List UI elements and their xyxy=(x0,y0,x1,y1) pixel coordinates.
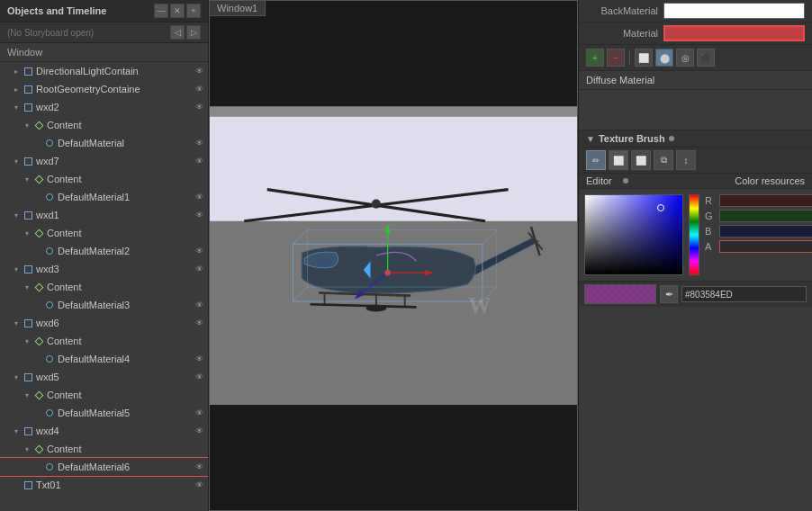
green-input[interactable] xyxy=(719,210,812,222)
tree-item-arrow[interactable]: ▾ xyxy=(11,373,22,381)
tree-item-arrow[interactable]: ▾ xyxy=(22,283,32,291)
tree-item-label: DefaultMaterial6 xyxy=(58,462,194,472)
tree-item-wxd4-default[interactable]: DefaultMaterial6👁 xyxy=(0,458,208,476)
tree-item-label: wxd4 xyxy=(36,426,194,436)
tree-item-arrow[interactable]: ▸ xyxy=(11,67,22,76)
viewport[interactable]: Window1 xyxy=(209,0,578,511)
tree-item-arrow[interactable]: ▾ xyxy=(11,103,22,112)
tree-item-arrow[interactable]: ▾ xyxy=(11,265,22,273)
tree-item-arrow[interactable]: ▾ xyxy=(22,337,32,345)
add-material-btn[interactable]: + xyxy=(586,49,604,67)
brush-tool-pencil[interactable]: ✏ xyxy=(586,150,606,170)
eye-icon[interactable]: 👁 xyxy=(194,66,204,76)
rings-btn[interactable]: ◎ xyxy=(676,49,694,67)
tree-item-wxd5-default[interactable]: DefaultMaterial5👁 xyxy=(0,404,208,422)
alpha-slider-row: A xyxy=(705,240,812,253)
tree-item-icon xyxy=(32,389,45,401)
blue-label: B xyxy=(705,226,716,237)
tree-item-arrow[interactable]: ▾ xyxy=(11,157,22,166)
tree-item-wxd1-default[interactable]: DefaultMaterial2👁 xyxy=(0,242,208,260)
eye-icon[interactable]: 👁 xyxy=(194,264,204,274)
texture-brush-collapse-icon[interactable]: ▼ xyxy=(586,134,595,144)
tree-item-arrow[interactable]: ▾ xyxy=(22,445,32,453)
eye-icon[interactable]: 👁 xyxy=(194,318,204,328)
color-spectrum[interactable] xyxy=(689,194,699,275)
material-swatch[interactable] xyxy=(663,25,805,41)
tree-item-wxd4[interactable]: ▾wxd4👁 xyxy=(0,422,208,440)
eye-icon[interactable]: 👁 xyxy=(194,462,204,472)
tree-item-txt01[interactable]: Txt01👁 xyxy=(0,476,208,494)
expand-btn[interactable]: + xyxy=(186,4,201,18)
tree-item-wxd7-default[interactable]: DefaultMaterial1👁 xyxy=(0,188,208,206)
minimize-btn[interactable]: — xyxy=(154,4,168,18)
eye-icon[interactable]: 👁 xyxy=(194,192,204,202)
eye-icon[interactable]: 👁 xyxy=(194,138,204,148)
remove-material-btn[interactable]: − xyxy=(607,49,625,67)
brush-tool-square2[interactable]: ⬜ xyxy=(631,150,651,170)
storyboard-btn1[interactable]: ◁ xyxy=(170,25,185,40)
tree-item-wxd7-content[interactable]: ▾Content xyxy=(0,170,208,188)
eye-icon[interactable]: 👁 xyxy=(194,480,204,490)
red-input[interactable] xyxy=(719,194,812,207)
tree-item-arrow[interactable]: ▾ xyxy=(22,175,32,184)
eye-icon[interactable]: 👁 xyxy=(194,354,204,364)
eye-icon[interactable]: 👁 xyxy=(194,372,204,382)
brush-tool-move[interactable]: ↕ xyxy=(676,150,696,170)
eye-icon[interactable]: 👁 xyxy=(194,300,204,310)
tree-item-wxd6-content[interactable]: ▾Content xyxy=(0,332,208,350)
tree-item-wxd4-content[interactable]: ▾Content xyxy=(0,440,208,458)
texture-btn[interactable]: ⬜ xyxy=(635,49,653,67)
back-material-swatch[interactable] xyxy=(663,3,805,19)
storyboard-controls: ◁ ▷ xyxy=(170,25,201,40)
tree-item-icon xyxy=(32,173,45,185)
eye-icon[interactable]: 👁 xyxy=(194,210,204,220)
tree-item-arrow[interactable]: ▸ xyxy=(11,85,22,94)
sphere-btn active[interactable]: ⬤ xyxy=(655,49,673,67)
panel-header: Objects and Timeline — ✕ + xyxy=(0,0,208,22)
eyedropper-btn[interactable]: ✒ xyxy=(660,285,678,303)
tree-item-wxd3-default[interactable]: DefaultMaterial3👁 xyxy=(0,296,208,314)
tree-item-icon xyxy=(32,335,45,347)
tree-item-wxd3[interactable]: ▾wxd3👁 xyxy=(0,260,208,278)
storyboard-btn2[interactable]: ▷ xyxy=(186,25,201,40)
tree-item-wxd6-default[interactable]: DefaultMaterial4👁 xyxy=(0,350,208,368)
brush-tool-copy[interactable]: ⧉ xyxy=(654,150,673,170)
tree-item-label: DefaultMaterial1 xyxy=(58,192,194,202)
tree-item-arrow[interactable]: ▾ xyxy=(22,391,32,399)
tree-container[interactable]: ▸DirectionalLightContain👁▸RootGeometryCo… xyxy=(0,62,208,511)
cube-btn[interactable]: ⬛ xyxy=(697,49,715,67)
tree-item-label: DefaultMaterial xyxy=(58,138,194,148)
eye-icon[interactable]: 👁 xyxy=(194,156,204,166)
tree-item-wxd7[interactable]: ▾wxd7👁 xyxy=(0,152,208,170)
eye-icon[interactable]: 👁 xyxy=(194,84,204,94)
tree-item-arrow[interactable]: ▾ xyxy=(11,211,22,220)
tree-item-arrow[interactable]: ▾ xyxy=(11,319,22,327)
tree-item-wxd6[interactable]: ▾wxd6👁 xyxy=(0,314,208,332)
color-gradient[interactable] xyxy=(584,194,683,275)
eye-icon[interactable]: 👁 xyxy=(194,408,204,418)
tree-item-wxd1-content[interactable]: ▾Content xyxy=(0,224,208,242)
brush-tool-square1[interactable]: ⬜ xyxy=(609,150,628,170)
close-btn[interactable]: ✕ xyxy=(170,4,185,18)
hex-input[interactable] xyxy=(681,286,807,302)
tree-item-wxd2-content[interactable]: ▾Content xyxy=(0,116,208,134)
eye-icon[interactable]: 👁 xyxy=(194,246,204,256)
eye-icon[interactable]: 👁 xyxy=(194,102,204,112)
eye-icon[interactable]: 👁 xyxy=(194,426,204,436)
blue-input[interactable] xyxy=(719,225,812,238)
tree-item-wxd2-default[interactable]: DefaultMaterial👁 xyxy=(0,134,208,152)
alpha-input[interactable] xyxy=(719,240,812,253)
tree-item-arrow[interactable]: ▾ xyxy=(22,229,32,238)
tree-item-directional[interactable]: ▸DirectionalLightContain👁 xyxy=(0,62,208,80)
tree-item-wxd3-content[interactable]: ▾Content xyxy=(0,278,208,296)
tree-item-wxd2[interactable]: ▾wxd2👁 xyxy=(0,98,208,116)
tree-item-wxd5[interactable]: ▾wxd5👁 xyxy=(0,368,208,386)
texture-brush-title: Texture Brush xyxy=(599,133,665,144)
tree-item-arrow[interactable]: ▾ xyxy=(11,427,22,435)
tree-item-rootgeometry[interactable]: ▸RootGeometryContaine👁 xyxy=(0,80,208,98)
storyboard-bar: (No Storyboard open) ◁ ▷ xyxy=(0,22,208,43)
back-material-row: BackMaterial xyxy=(579,0,812,22)
tree-item-wxd5-content[interactable]: ▾Content xyxy=(0,386,208,404)
tree-item-wxd1[interactable]: ▾wxd1👁 xyxy=(0,206,208,224)
tree-item-arrow[interactable]: ▾ xyxy=(22,121,32,130)
